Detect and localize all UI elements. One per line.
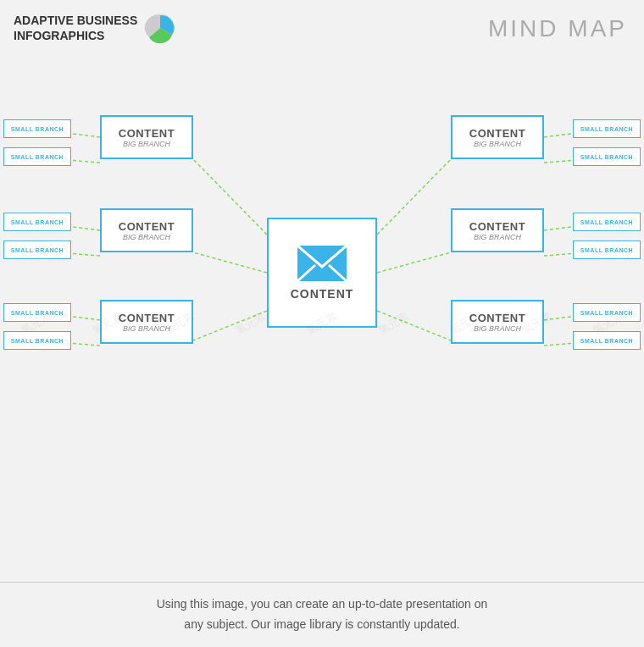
small-branch-label: SMALL BRANCH: [11, 154, 64, 160]
big-branch-title: CONTENT: [119, 127, 175, 140]
small-branch-label: SMALL BRANCH: [580, 310, 633, 316]
center-node: CONTENT: [267, 218, 377, 328]
small-branch-l3-bot: SMALL BRANCH: [3, 331, 71, 350]
header: ADAPTIVE BUSINESS INFOGRAPHICS MIND MAP: [0, 0, 644, 44]
big-branch-sub: BIG BRANCH: [123, 324, 170, 333]
small-branch-label: SMALL BRANCH: [580, 247, 633, 253]
page-title: MIND MAP: [488, 15, 627, 42]
logo-area: ADAPTIVE BUSINESS INFOGRAPHICS: [14, 12, 176, 44]
big-branch-title: CONTENT: [119, 220, 175, 233]
big-branch-left-2: CONTENT BIG BRANCH: [100, 208, 193, 252]
svg-line-3: [193, 311, 267, 340]
small-branch-l1-bot: SMALL BRANCH: [3, 147, 71, 166]
logo-icon: [144, 12, 176, 44]
big-branch-title: CONTENT: [469, 220, 525, 233]
small-branch-label: SMALL BRANCH: [11, 310, 64, 316]
svg-line-1: [193, 159, 267, 235]
svg-line-5: [377, 252, 451, 273]
small-branch-l3-top: SMALL BRANCH: [3, 303, 71, 322]
small-branch-label: SMALL BRANCH: [11, 338, 64, 344]
small-branch-label: SMALL BRANCH: [11, 247, 64, 253]
footer: Using this image, you can create an up-t…: [0, 582, 644, 635]
big-branch-sub: BIG BRANCH: [123, 140, 170, 148]
small-branch-label: SMALL BRANCH: [580, 126, 633, 132]
big-branch-sub: BIG BRANCH: [474, 140, 521, 148]
big-branch-sub: BIG BRANCH: [474, 233, 521, 241]
big-branch-title: CONTENT: [119, 312, 175, 324]
big-branch-left-3: CONTENT BIG BRANCH: [100, 300, 193, 344]
small-branch-l2-bot: SMALL BRANCH: [3, 241, 71, 259]
small-branch-r2-top: SMALL BRANCH: [573, 213, 641, 231]
small-branch-l2-top: SMALL BRANCH: [3, 213, 71, 231]
big-branch-right-1: CONTENT BIG BRANCH: [451, 115, 544, 159]
big-branch-right-3: CONTENT BIG BRANCH: [451, 300, 544, 344]
small-branch-l1-top: SMALL BRANCH: [3, 119, 71, 138]
small-branch-r1-bot: SMALL BRANCH: [573, 147, 641, 166]
small-branch-label: SMALL BRANCH: [580, 338, 633, 344]
logo-text: ADAPTIVE BUSINESS INFOGRAPHICS: [14, 13, 137, 43]
small-branch-r1-top: SMALL BRANCH: [573, 119, 641, 138]
big-branch-title: CONTENT: [469, 312, 525, 324]
big-branch-left-1: CONTENT BIG BRANCH: [100, 115, 193, 159]
svg-line-2: [193, 252, 267, 273]
small-branch-label: SMALL BRANCH: [580, 219, 633, 225]
small-branch-label: SMALL BRANCH: [580, 154, 633, 160]
center-label: CONTENT: [291, 287, 354, 301]
svg-line-4: [377, 159, 451, 235]
small-branch-label: SMALL BRANCH: [11, 126, 64, 132]
mindmap-area: CONTENT CONTENT BIG BRANCH CONTENT BIG B…: [0, 53, 644, 493]
big-branch-sub: BIG BRANCH: [123, 233, 170, 241]
small-branch-r3-bot: SMALL BRANCH: [573, 331, 641, 350]
big-branch-sub: BIG BRANCH: [474, 324, 521, 333]
mail-icon: [297, 245, 347, 282]
svg-line-6: [377, 311, 451, 340]
small-branch-label: SMALL BRANCH: [11, 219, 64, 225]
big-branch-title: CONTENT: [469, 127, 525, 140]
big-branch-right-2: CONTENT BIG BRANCH: [451, 208, 544, 252]
small-branch-r2-bot: SMALL BRANCH: [573, 241, 641, 259]
small-branch-r3-top: SMALL BRANCH: [573, 303, 641, 322]
footer-text: Using this image, you can create an up-t…: [17, 594, 627, 635]
